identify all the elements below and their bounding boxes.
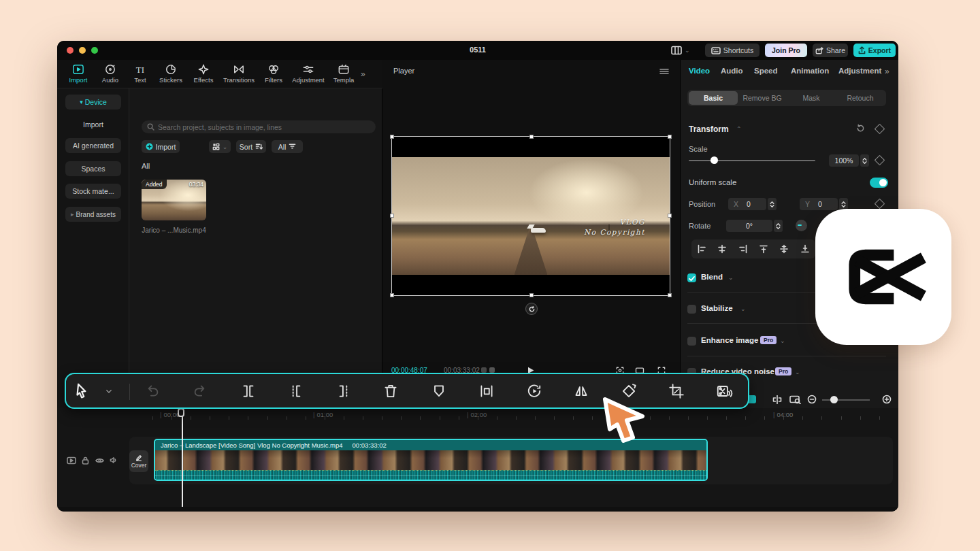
- scale-value-field[interactable]: 100%: [829, 154, 859, 167]
- align-bottom-icon[interactable]: [800, 244, 810, 254]
- tab-animation[interactable]: Animation: [791, 67, 829, 75]
- position-x-field[interactable]: X0: [728, 198, 766, 210]
- playhead[interactable]: [182, 410, 183, 507]
- blend-checkbox[interactable]: [687, 273, 696, 282]
- video-preview-frame[interactable]: VLOG No Copyright: [391, 136, 670, 296]
- chevron-down-icon[interactable]: ⌄: [780, 337, 785, 344]
- scale-slider-track[interactable]: [689, 160, 815, 161]
- rotate-value-field[interactable]: 0°: [726, 220, 772, 232]
- cover-button[interactable]: Cover: [129, 450, 148, 472]
- shortcuts-button[interactable]: Shortcuts: [705, 44, 760, 57]
- search-input[interactable]: [142, 120, 376, 133]
- timeline-zoom-thumb[interactable]: [830, 396, 838, 403]
- speaker-icon[interactable]: [110, 456, 118, 464]
- rotate-handle[interactable]: [525, 303, 538, 315]
- position-y-field[interactable]: Y0: [800, 198, 838, 210]
- subtab-mask[interactable]: Mask: [787, 91, 836, 105]
- playhead-handle[interactable]: [178, 408, 184, 417]
- subtab-remove-bg[interactable]: Remove BG: [738, 91, 787, 105]
- select-tool-dropdown[interactable]: [103, 386, 114, 397]
- rotate-dial[interactable]: [796, 220, 807, 231]
- stabilize-checkbox[interactable]: [687, 305, 696, 314]
- freeze-frame-button[interactable]: [478, 382, 495, 400]
- align-left-icon[interactable]: [697, 244, 706, 254]
- subtab-retouch[interactable]: Retouch: [836, 91, 885, 105]
- keyframe-icon[interactable]: [875, 155, 885, 166]
- collapse-icon[interactable]: ⌄: [736, 125, 742, 132]
- uniform-scale-toggle[interactable]: [870, 178, 888, 188]
- resize-handle[interactable]: [529, 293, 534, 297]
- zoom-in-icon[interactable]: [882, 395, 892, 404]
- undo-button[interactable]: [144, 382, 161, 400]
- scale-slider-thumb[interactable]: [710, 156, 718, 164]
- timeline-zoom-slider[interactable]: [822, 399, 870, 401]
- player-control-chip[interactable]: [489, 367, 495, 373]
- delete-button[interactable]: [382, 382, 399, 400]
- align-center-vertical-icon[interactable]: [779, 244, 789, 254]
- keyframe-icon[interactable]: [875, 199, 885, 210]
- tab-text[interactable]: TI Text: [127, 61, 154, 88]
- eye-icon[interactable]: [95, 457, 104, 464]
- split-button[interactable]: [240, 382, 257, 400]
- player-control-chip[interactable]: [481, 367, 487, 373]
- resize-handle[interactable]: [668, 214, 672, 218]
- tab-filters[interactable]: Filters: [259, 61, 289, 88]
- tab-adjustment[interactable]: Adjustment: [838, 67, 881, 75]
- share-button[interactable]: Share: [813, 44, 848, 57]
- player-menu-icon[interactable]: [659, 68, 669, 75]
- delete-left-button[interactable]: [287, 382, 305, 400]
- tab-audio[interactable]: Audio: [94, 61, 127, 88]
- select-tool-button[interactable]: [73, 382, 91, 401]
- tab-speed[interactable]: Speed: [754, 67, 778, 75]
- stabilize-label[interactable]: Stabilize: [701, 304, 733, 312]
- import-media-button[interactable]: Import: [142, 140, 180, 153]
- resize-handle[interactable]: [668, 293, 672, 297]
- tab-video[interactable]: Video: [689, 67, 710, 75]
- tab-effects[interactable]: Effects: [188, 61, 219, 88]
- align-center-horizontal-icon[interactable]: [717, 244, 727, 254]
- resize-handle[interactable]: [668, 135, 672, 139]
- resize-handle[interactable]: [390, 293, 394, 297]
- extract-audio-button[interactable]: [715, 382, 733, 400]
- redo-button[interactable]: [191, 382, 209, 400]
- crop-button[interactable]: [668, 382, 685, 400]
- subtab-basic[interactable]: Basic: [689, 91, 738, 105]
- transform-section-title[interactable]: Transform: [689, 124, 729, 134]
- scale-stepper[interactable]: [860, 154, 869, 167]
- rotate-stepper[interactable]: [774, 220, 783, 232]
- resize-handle[interactable]: [390, 214, 394, 218]
- workspace-layout-icon[interactable]: [671, 46, 682, 58]
- keyframe-icon[interactable]: [875, 124, 885, 135]
- tab-transitions[interactable]: Transitions: [219, 61, 259, 88]
- enhance-image-checkbox[interactable]: [687, 337, 696, 346]
- chevron-down-icon[interactable]: ⌄: [740, 305, 746, 312]
- preview-quality-icon[interactable]: [789, 395, 801, 404]
- join-pro-button[interactable]: Join Pro: [765, 44, 807, 57]
- position-x-stepper[interactable]: [768, 198, 777, 210]
- reset-icon[interactable]: [856, 124, 865, 133]
- chevron-down-icon[interactable]: ⌄: [685, 47, 690, 54]
- enhance-image-label[interactable]: Enhance image: [701, 336, 758, 344]
- tab-import[interactable]: Import: [63, 61, 94, 88]
- zoom-out-icon[interactable]: [807, 395, 817, 404]
- tab-template[interactable]: Templa: [328, 61, 359, 88]
- align-right-icon[interactable]: [738, 244, 748, 254]
- speed-button[interactable]: [525, 382, 543, 400]
- tab-adjustment[interactable]: Adjustment: [289, 61, 328, 88]
- chevron-down-icon[interactable]: ⌄: [795, 369, 800, 375]
- filter-button[interactable]: All: [272, 140, 303, 153]
- sort-button[interactable]: Sort: [236, 140, 266, 153]
- chevron-down-icon[interactable]: ⌄: [728, 274, 734, 281]
- more-tabs-icon[interactable]: »: [885, 67, 889, 76]
- tab-stickers[interactable]: Stickers: [154, 61, 188, 88]
- export-button[interactable]: Export: [853, 44, 896, 57]
- mirror-button[interactable]: [572, 382, 590, 400]
- lock-icon[interactable]: [82, 456, 89, 465]
- more-tabs-icon[interactable]: »: [361, 69, 365, 79]
- resize-handle[interactable]: [529, 135, 534, 139]
- resize-handle[interactable]: [390, 135, 394, 139]
- align-top-icon[interactable]: [759, 244, 768, 254]
- preview-axis-icon[interactable]: [772, 395, 783, 404]
- delete-right-button[interactable]: [335, 382, 353, 400]
- tab-audio[interactable]: Audio: [721, 67, 743, 75]
